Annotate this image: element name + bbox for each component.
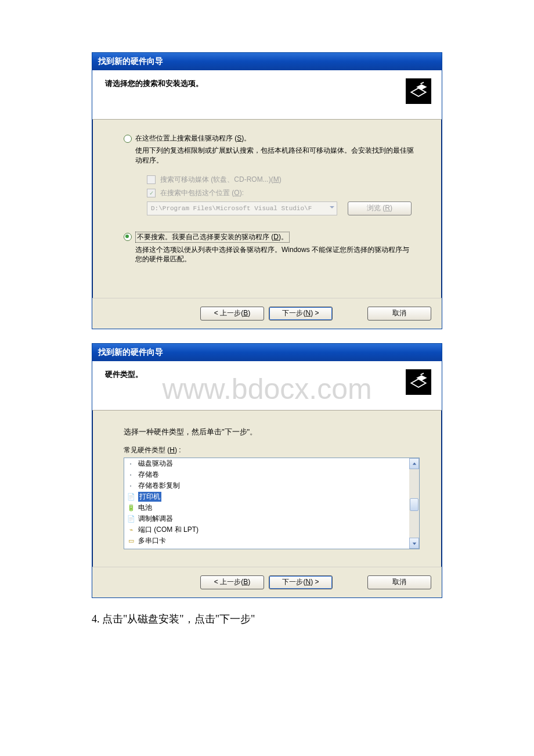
dialog-title: 找到新的硬件向导 xyxy=(92,344,442,361)
instruction-text: 选择一种硬件类型，然后单击"下一步"。 xyxy=(124,427,420,437)
hardware-icon xyxy=(406,78,431,104)
header-text: 请选择您的搜索和安装选项。 xyxy=(105,78,203,89)
button-row: < 上一步(B) 下一步(N) > 取消 xyxy=(92,567,442,597)
list-item[interactable]: 📄调制解调器 xyxy=(124,513,409,524)
hardware-type-listbox[interactable]: 🞍磁盘驱动器🞍存储卷🞍存储卷影复制📄打印机🔋电池📄调制解调器⌁端口 (COM 和… xyxy=(124,458,420,549)
radio-search-locations[interactable] xyxy=(124,135,132,143)
scroll-thumb[interactable] xyxy=(410,498,418,511)
list-item-label: 端口 (COM 和 LPT) xyxy=(138,525,199,535)
dialog-title: 找到新的硬件向导 xyxy=(92,53,442,70)
list-item[interactable]: 🞍存储卷影复制 xyxy=(124,480,409,491)
checkbox-include-location-label: 在搜索中包括这个位置 (O): xyxy=(160,188,244,198)
wizard-dialog-search-options: 找到新的硬件向导 请选择您的搜索和安装选项。 在这些位置上搜索最佳驱动程序 (S… xyxy=(92,52,442,329)
radio-dont-search[interactable] xyxy=(124,233,132,241)
list-item-label: 存储卷影复制 xyxy=(138,481,180,491)
list-item[interactable]: ⌁端口 (COM 和 LPT) xyxy=(124,524,409,535)
scroll-down-button[interactable] xyxy=(409,538,419,549)
dialog-header: 请选择您的搜索和安装选项。 xyxy=(92,70,442,120)
device-icon: ⌁ xyxy=(127,526,136,534)
radio-dont-search-desc: 选择这个选项以便从列表中选择设备驱动程序。Windows 不能保证您所选择的驱动… xyxy=(135,245,414,265)
cancel-button[interactable]: 取消 xyxy=(367,575,431,589)
radio-search-desc: 使用下列的复选框限制或扩展默认搜索，包括本机路径和可移动媒体。会安装找到的最佳驱… xyxy=(135,146,414,165)
hardware-icon xyxy=(406,369,431,395)
device-icon: 🞍 xyxy=(127,460,136,468)
next-button[interactable]: 下一步(N) > xyxy=(269,575,333,589)
browse-button: 浏览 (R) xyxy=(348,201,412,215)
checkbox-include-location: ✓ xyxy=(147,189,156,197)
device-icon: 🔋 xyxy=(127,504,136,512)
device-icon: 🞍 xyxy=(127,471,136,479)
device-icon: 📄 xyxy=(127,493,136,501)
device-icon: ▭ xyxy=(127,537,136,545)
list-item[interactable]: 🞍存储卷 xyxy=(124,469,409,480)
device-icon: 🞍 xyxy=(127,482,136,490)
list-item-label: 打印机 xyxy=(138,492,161,502)
checkbox-removable-media xyxy=(147,175,156,184)
back-button[interactable]: < 上一步(B) xyxy=(200,575,264,589)
cancel-button[interactable]: 取消 xyxy=(367,307,431,321)
list-label: 常见硬件类型 (H) : xyxy=(124,445,420,455)
watermark-text: www.bdocx.com xyxy=(162,372,371,406)
scroll-track[interactable] xyxy=(409,469,419,538)
radio-dont-search-label: 不要搜索。我要自己选择要安装的驱动程序 (D)。 xyxy=(135,232,290,243)
list-item[interactable]: 🔋电池 xyxy=(124,502,409,513)
list-item[interactable]: 🞍磁盘驱动器 xyxy=(124,458,409,469)
dialog-body: 在这些位置上搜索最佳驱动程序 (S)。 使用下列的复选框限制或扩展默认搜索，包括… xyxy=(92,120,442,298)
checkbox-removable-media-label: 搜索可移动媒体 (软盘、CD-ROM...)(M) xyxy=(160,175,282,185)
dialog-header: 硬件类型。 www.bdocx.com xyxy=(92,361,442,411)
button-row: < 上一步(B) 下一步(N) > 取消 xyxy=(92,298,442,329)
list-item[interactable]: ▭多串口卡 xyxy=(124,535,409,546)
dialog-body: 选择一种硬件类型，然后单击"下一步"。 常见硬件类型 (H) : 🞍磁盘驱动器🞍… xyxy=(92,411,442,567)
list-item[interactable]: 📄打印机 xyxy=(124,491,409,502)
wizard-dialog-hardware-type: 找到新的硬件向导 硬件类型。 www.bdocx.com 选择一种硬件类型，然后… xyxy=(92,343,442,598)
list-item-label: 存储卷 xyxy=(138,470,159,480)
step-instruction: 4. 点击"从磁盘安装"，点击"下一步" xyxy=(92,612,442,626)
device-icon: 📄 xyxy=(127,515,136,523)
list-item-label: 电池 xyxy=(138,503,152,513)
list-item-label: 磁盘驱动器 xyxy=(138,459,173,469)
scroll-up-button[interactable] xyxy=(409,458,419,469)
next-button[interactable]: 下一步(N) > xyxy=(269,307,333,321)
list-item-label: 多串口卡 xyxy=(138,536,166,546)
back-button[interactable]: < 上一步(B) xyxy=(200,307,264,321)
path-combobox: D:\Program Files\Microsoft Visual Studio… xyxy=(147,201,337,215)
scrollbar[interactable] xyxy=(409,458,419,549)
header-text: 硬件类型。 xyxy=(105,369,143,380)
list-item-label: 调制解调器 xyxy=(138,514,173,524)
radio-search-locations-label: 在这些位置上搜索最佳驱动程序 (S)。 xyxy=(135,134,251,143)
